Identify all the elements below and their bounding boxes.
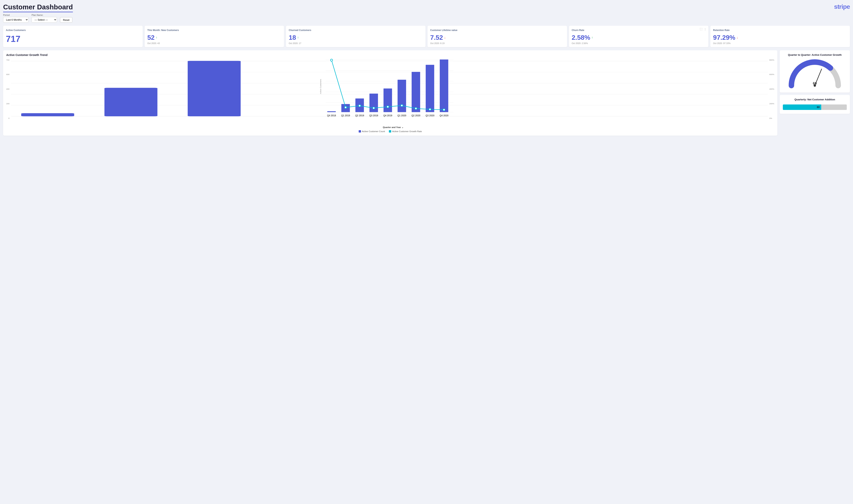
kpi-card-lifetime-value: Customer Lifetime value 7.52↓ Oct 2020: … xyxy=(428,26,567,47)
kpi-value: 2.58%↑ xyxy=(572,34,706,41)
x-axis-title: Quarter and Year ⌄ xyxy=(12,126,774,129)
kpi-prev-value: Oct 2020: 8.19 xyxy=(430,42,564,44)
kpi-title: Customer Lifetime value xyxy=(430,29,564,32)
kpi-prev-value: Oct 2020: 43 xyxy=(147,42,282,44)
legend-line-box xyxy=(389,130,391,132)
svg-text:Q3 2020: Q3 2020 xyxy=(425,114,434,117)
kpi-card-churn-rate: ⛶ ⋮ Churn Rate 2.58%↑ Oct 2020: 2.56% xyxy=(569,26,709,47)
kpi-prev-value: Oct 2020: 17 xyxy=(289,42,423,44)
net-addition-title: Quarterly: Net Customer Addition xyxy=(783,98,847,101)
svg-rect-20 xyxy=(397,80,406,112)
svg-text:Q4 2020: Q4 2020 xyxy=(439,114,449,117)
legend-line-label: Active Customer Growth Rate xyxy=(392,130,422,132)
period-filter: Period Last 6 Months Last 3 Months Last … xyxy=(3,14,29,23)
svg-text:Q2 2020: Q2 2020 xyxy=(411,114,420,117)
gauge-panel: Quarter to Quarter: Active Customer Grow… xyxy=(780,50,850,93)
net-addition-panel: Quarterly: Net Customer Addition 60 xyxy=(780,95,850,114)
arrow-up-icon: ↑ xyxy=(156,36,157,39)
stripe-logo: stripe xyxy=(834,3,850,10)
legend-bar-label: Active Customer Count xyxy=(362,130,385,132)
svg-point-31 xyxy=(429,108,431,110)
page-header: Customer Dashboard stripe xyxy=(3,3,850,12)
kpi-card-icons: ⛶ ⋮ xyxy=(700,28,706,31)
svg-point-25 xyxy=(344,106,347,108)
kpi-title: Active Customers xyxy=(6,29,140,32)
svg-point-24 xyxy=(330,59,332,61)
kpi-card-churned-customers: Churned Customers 18↑ Oct 2020: 17 xyxy=(286,26,425,47)
gauge-title: Quarter to Quarter: Active Customer Grow… xyxy=(783,53,847,56)
chart-body: Q4 2018 Q1 2019 Q2 2019 Q3 2019 Q4 2019 … xyxy=(11,59,768,125)
horiz-bar-bg: 60 xyxy=(783,105,847,110)
svg-point-32 xyxy=(443,109,445,111)
horiz-bar-fill: 60 xyxy=(783,105,821,110)
kpi-value: 18↑ xyxy=(289,34,423,41)
kpi-title: Retention Rate xyxy=(713,29,847,32)
arrow-up-icon: ↑ xyxy=(592,36,593,39)
growth-chart-title: Active Customer Growth Trend xyxy=(6,53,774,56)
reset-button[interactable]: Reset xyxy=(60,17,72,23)
svg-text:Q4 2019: Q4 2019 xyxy=(383,114,392,117)
svg-text:Q1 2019: Q1 2019 xyxy=(341,114,350,117)
svg-rect-21 xyxy=(412,72,420,112)
period-label: Period xyxy=(3,14,29,16)
kpi-row: Active Customers 717 This Month: New Cus… xyxy=(3,26,850,47)
svg-text:Q1 2020: Q1 2020 xyxy=(397,114,406,117)
expand-icon[interactable]: ⛶ xyxy=(700,28,702,31)
svg-point-26 xyxy=(359,105,361,107)
legend-line-item: Active Customer Growth Rate xyxy=(389,130,422,132)
kpi-title: This Month: New Customers xyxy=(147,29,282,32)
kpi-prev-value: Oct 2020: 2.56% xyxy=(572,42,706,44)
page-title: Customer Dashboard xyxy=(3,3,73,12)
plan-label: Plan Name: xyxy=(32,14,57,16)
menu-icon[interactable]: ⋮ xyxy=(704,28,706,31)
main-content: Active Customer Growth Trend 700 600 400… xyxy=(3,50,850,136)
svg-text:Q3 2019: Q3 2019 xyxy=(369,114,378,117)
legend-bar-box xyxy=(359,130,361,132)
svg-rect-19 xyxy=(383,89,392,112)
kpi-value: 97.29%↓ xyxy=(713,34,847,41)
svg-rect-23 xyxy=(440,59,448,112)
gauge-svg-wrap: 60 xyxy=(783,58,847,89)
kpi-value: 7.52↓ xyxy=(430,34,564,41)
svg-point-27 xyxy=(373,107,375,109)
arrow-down-icon: ↓ xyxy=(737,36,738,39)
plan-filter: Plan Name: --- Select --- xyxy=(32,14,57,23)
plan-select[interactable]: --- Select --- xyxy=(32,17,57,23)
horiz-bar-label: 60 xyxy=(817,106,820,109)
kpi-title: Churn Rate xyxy=(572,29,706,32)
svg-point-28 xyxy=(386,106,389,108)
svg-text:60: 60 xyxy=(813,82,817,85)
kpi-value: 52↑ xyxy=(147,34,282,41)
y-axis-right: 800% 600% 400% 200% 0% xyxy=(768,59,774,125)
kpi-card-new-customers: This Month: New Customers 52↑ Oct 2020: … xyxy=(145,26,284,47)
right-panel: Quarter to Quarter: Active Customer Grow… xyxy=(780,50,850,136)
horiz-bar-wrap: 60 xyxy=(783,104,847,111)
svg-text:Q4 2018: Q4 2018 xyxy=(327,114,336,117)
svg-text:Q2 2019: Q2 2019 xyxy=(355,114,364,117)
arrow-up-icon: ↑ xyxy=(297,36,299,39)
y-axis-left: 700 600 400 200 0 xyxy=(6,59,11,125)
kpi-card-retention-rate: Retention Rate 97.29%↓ Oct 2020: 97.33% xyxy=(710,26,850,47)
filters-bar: Period Last 6 Months Last 3 Months Last … xyxy=(3,14,850,23)
growth-trend-panel: Active Customer Growth Trend 700 600 400… xyxy=(3,50,777,136)
kpi-card-active-customers: Active Customers 717 xyxy=(3,26,143,47)
chart-area: 700 600 400 200 0 xyxy=(6,59,774,125)
chart-legend: Active Customer Count Active Customer Gr… xyxy=(6,130,774,132)
kpi-value: 717 xyxy=(6,34,140,44)
kpi-title: Churned Customers xyxy=(289,29,423,32)
svg-text:Active Customers: Active Customers xyxy=(320,79,322,94)
kpi-prev-value: Oct 2020: 97.33% xyxy=(713,42,847,44)
svg-point-29 xyxy=(401,104,403,106)
legend-bar-item: Active Customer Count xyxy=(359,130,385,132)
svg-rect-22 xyxy=(425,65,434,112)
arrow-down-icon: ↓ xyxy=(444,36,446,39)
svg-rect-15 xyxy=(327,111,335,112)
svg-point-30 xyxy=(415,107,417,110)
period-select[interactable]: Last 6 Months Last 3 Months Last 12 Mont… xyxy=(3,17,29,23)
